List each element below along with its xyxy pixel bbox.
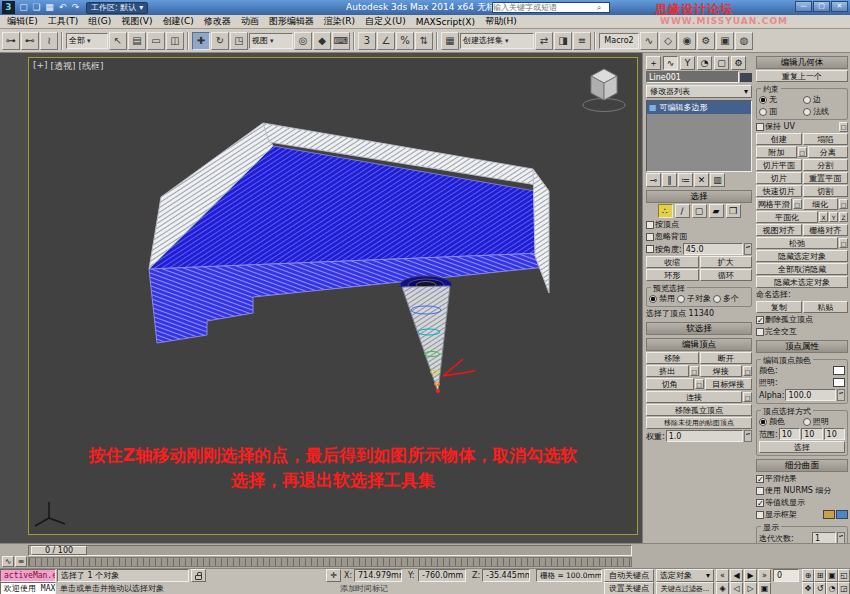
cage-color-swatch-2[interactable] [836, 510, 848, 519]
modifier-list-dropdown[interactable]: 修改器列表 ▾ [646, 85, 752, 98]
weight-spinner[interactable]: ▴▾ [744, 430, 752, 442]
collapse-button[interactable]: 塌陷 [803, 133, 849, 145]
subobject-border-icon[interactable]: ▢ [692, 204, 707, 218]
use-pivot-center-icon[interactable]: ◎ [294, 32, 312, 50]
modify-tab-icon[interactable]: ∿ [663, 56, 678, 70]
curve-editor-icon[interactable]: ∿ [640, 32, 658, 50]
delete-isolated-vertices-checkbox[interactable]: ✓ [756, 316, 764, 324]
set-key-button[interactable]: 设置关键点 [604, 582, 654, 594]
reset-plane-button[interactable]: 重置平面 [803, 172, 849, 184]
select-and-move-icon[interactable]: ✚ [192, 32, 210, 50]
cage-color-swatch-1[interactable] [823, 510, 835, 519]
by-angle-spinner[interactable]: ▴▾ [744, 243, 752, 255]
render-production-icon[interactable]: ◍ [735, 32, 753, 50]
current-frame-field[interactable]: 0 [773, 569, 799, 582]
maximize-button[interactable]: ▢ [813, 1, 830, 12]
extrude-button[interactable]: 挤出 [646, 365, 689, 377]
full-interactivity-checkbox[interactable] [756, 328, 764, 336]
perspective-viewport[interactable]: [+] [透视] [线框] 按住Z轴移动刚刚选择的点，最后得到如图所示物体，取消… [28, 57, 638, 535]
key-mode-toggle-icon[interactable]: ◈ [716, 582, 729, 594]
angle-snap-icon[interactable]: ∠ [377, 32, 395, 50]
layer-manager-icon[interactable]: ≡ [573, 32, 591, 50]
material-editor-icon[interactable]: ◉ [678, 32, 696, 50]
create-button[interactable]: 创建 [756, 133, 802, 145]
range-r-value[interactable]: 10 [779, 428, 800, 440]
preserve-uv-checkbox[interactable] [756, 123, 764, 131]
weld-button[interactable]: 焊接 [700, 365, 743, 377]
reference-coordinate-dropdown[interactable]: 视图▾ [249, 33, 293, 49]
pan-view-icon[interactable]: ✥ [802, 582, 814, 594]
repeat-last-button[interactable]: 重复上一个 [756, 70, 848, 82]
close-button[interactable]: ✕ [831, 1, 848, 12]
vertex-color-swatch[interactable] [833, 366, 845, 375]
window-crossing-icon[interactable]: ◫ [166, 32, 184, 50]
snap-toggle-3d-icon[interactable]: 3 [358, 32, 376, 50]
edit-named-selection-sets-icon[interactable]: ▦ [441, 32, 459, 50]
viewport-menu-plus[interactable]: [+] [33, 60, 48, 73]
redo-icon[interactable]: ↷ [69, 1, 82, 14]
select-by-name-icon[interactable]: ▤ [128, 32, 146, 50]
preview-multi-radio[interactable] [713, 295, 721, 303]
go-to-end-icon[interactable]: » [758, 569, 771, 582]
select-by-illum-radio[interactable] [803, 418, 811, 426]
configure-modifier-sets-icon[interactable]: ▥ [710, 173, 725, 187]
connect-button[interactable]: 连接 [646, 391, 742, 403]
menu-item[interactable]: 动画 [236, 15, 264, 28]
subobject-edge-icon[interactable]: ∕ [675, 204, 690, 218]
pin-stack-icon[interactable]: ⊸ [646, 173, 661, 187]
zoom-all-icon[interactable]: ⊞ [814, 569, 826, 582]
keyboard-override-icon[interactable]: ⌨ [332, 32, 350, 50]
new-scene-icon[interactable]: ▢ [17, 1, 30, 14]
minimize-button[interactable]: — [795, 1, 812, 12]
create-tab-icon[interactable]: ＋ [646, 56, 661, 70]
menu-item[interactable]: MAXScript(X) [411, 17, 480, 27]
msmooth-settings-icon[interactable]: □ [793, 199, 802, 209]
hide-unselected-button[interactable]: 隐藏未选定对象 [756, 276, 848, 288]
vertex-illum-swatch[interactable] [833, 378, 845, 387]
chamfer-settings-icon[interactable]: □ [695, 379, 704, 389]
orbit-icon[interactable]: ↺ [814, 582, 826, 594]
menu-item[interactable]: 组(G) [83, 15, 116, 28]
remove-button[interactable]: 移除 [646, 352, 699, 364]
target-weld-button[interactable]: 目标焊接 [705, 378, 753, 390]
constraint-edge-radio[interactable] [803, 96, 811, 104]
undo-icon[interactable]: ↶ [56, 1, 69, 14]
select-object-icon[interactable]: ↖ [109, 32, 127, 50]
rollout-selection[interactable]: 选择 [646, 190, 752, 203]
weight-value[interactable]: 1.0 [666, 430, 743, 442]
tessellate-settings-icon[interactable]: □ [839, 199, 848, 209]
constraint-face-radio[interactable] [759, 108, 767, 116]
copy-button[interactable]: 复制 [756, 301, 802, 313]
connect-settings-icon[interactable]: □ [743, 392, 752, 402]
maximize-viewport-icon[interactable]: ◲ [838, 582, 850, 594]
remove-unused-map-verts-button[interactable]: 移除未使用的贴图顶点 [646, 417, 752, 429]
play-animation-icon[interactable]: ▶ [744, 569, 757, 582]
grow-button[interactable]: 扩大 [700, 256, 753, 268]
unlink-selection-icon[interactable]: ⊷ [21, 32, 39, 50]
modifier-stack[interactable]: ▦ 可编辑多边形 [646, 100, 752, 172]
workspace-dropdown[interactable]: 工作区: 默认 ▾ [86, 2, 148, 14]
iterations-value[interactable]: 1 [812, 532, 836, 543]
spinner-snap-icon[interactable]: ⇅ [415, 32, 433, 50]
slice-button[interactable]: 切片 [756, 172, 802, 184]
z-coordinate-field[interactable]: -35.445mm [482, 569, 530, 582]
menu-item[interactable]: 工具(T) [43, 15, 84, 28]
range-g-value[interactable]: 10 [801, 428, 822, 440]
auto-key-button[interactable]: 自动关键点 [604, 569, 654, 582]
ring-button[interactable]: 环形 [646, 269, 699, 281]
x-coordinate-field[interactable]: 714.979mm [354, 569, 402, 582]
rendered-frame-icon[interactable]: ▣ [716, 32, 734, 50]
percent-snap-icon[interactable]: % [396, 32, 414, 50]
make-planar-button[interactable]: 平面化 [756, 211, 818, 223]
infocenter-search[interactable]: ⌕ [492, 2, 610, 13]
msmooth-button[interactable]: 网格平滑 [756, 198, 792, 210]
weld-settings-icon[interactable]: □ [743, 366, 752, 376]
rollout-soft-selection[interactable]: 软选择 [646, 322, 752, 335]
relax-button[interactable]: 松弛 [756, 237, 838, 249]
open-file-icon[interactable]: ❏ [30, 1, 43, 14]
break-button[interactable]: 断开 [700, 352, 753, 364]
select-by-color-button[interactable]: 选择 [759, 441, 845, 453]
named-selection-set-dropdown[interactable]: 创建选择集▾ [460, 33, 534, 49]
subobject-vertex-icon[interactable]: ∴ [658, 204, 673, 218]
shrink-button[interactable]: 收缩 [646, 256, 699, 268]
